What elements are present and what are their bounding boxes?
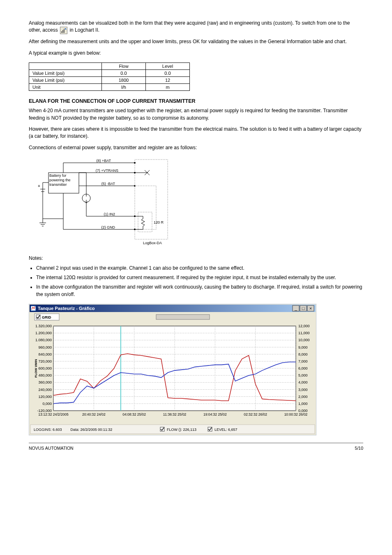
x-tick: 04:08:32 25/02 — [122, 412, 146, 416]
table-cell: 0.0 — [102, 70, 146, 77]
diagram-resistor-label: 120 R — [154, 220, 164, 224]
wiring-diagram: LogBox-DA Battery forpowering thetransmi… — [33, 157, 363, 249]
y-right-tick: 8,000 — [298, 352, 308, 356]
y-right-tick: 5,000 — [298, 373, 308, 377]
section-heading: ELANA FOR THE CONNECTION OF LOOP CURRENT… — [29, 98, 363, 104]
status-text: FLOW (): 226,113 — [167, 428, 196, 432]
diagram-pin1: (1) IN2 — [104, 212, 115, 216]
y-right-tick: 3,000 — [298, 388, 308, 392]
x-tick: 02:32:32 26/02 — [244, 412, 267, 416]
svg-rect-0 — [61, 31, 62, 33]
svg-text:_: _ — [294, 306, 297, 311]
x-tick: 13:12:32 24/2/2005 — [38, 412, 69, 416]
y-right-tick: 6,000 — [298, 366, 308, 370]
y-right-tick: 9,000 — [298, 345, 308, 349]
svg-point-16 — [134, 162, 136, 164]
table-row-label: Value Limit (psi) — [29, 77, 102, 84]
y-right-tick: 10,000 — [298, 338, 310, 342]
status-text: Data: 26/2/2005 00:11:32 — [71, 428, 113, 432]
diagram-battery-label: Battery forpowering thetransmitter — [49, 173, 78, 187]
diagram-pin2: (2) GND — [101, 225, 115, 229]
svg-text:+: + — [38, 184, 40, 188]
note-3: In the above configuration the transmitt… — [36, 284, 363, 298]
table-caption: A typical example is given below: — [29, 50, 363, 57]
y-right-tick: 12,000 — [298, 324, 310, 328]
y-left-tick: 360,000 — [38, 380, 52, 384]
y-left-tick: 960,000 — [38, 345, 52, 349]
y-right-tick: 11,000 — [298, 331, 310, 335]
y-left-tick: 0,000 — [42, 402, 52, 406]
section-p1: When 4-20 mA current transmitters are us… — [29, 107, 363, 122]
grid-label: GRID — [42, 315, 51, 319]
footer-rule — [29, 443, 363, 443]
y-left-tick: 1.200,000 — [35, 331, 52, 335]
footer-right: 5/10 — [355, 446, 363, 451]
table-cell: l/h — [102, 84, 146, 91]
x-tick: 10:00:32 26/02 — [284, 412, 308, 416]
section-p2: However, there are cases where it is imp… — [29, 126, 363, 140]
svg-rect-1 — [62, 30, 63, 33]
table-cell: 12 — [146, 77, 190, 84]
ohm-symbol: Ω — [72, 275, 76, 280]
svg-text:×: × — [309, 306, 312, 311]
y-right-tick: 7,000 — [298, 359, 308, 363]
note-2: The internal 120Ω resistor is provided f… — [36, 274, 363, 281]
y-left-tick: 1.080,000 — [35, 338, 52, 342]
note-1: Channel 2 input was used in the example.… — [36, 265, 363, 272]
diagram-device-label: LogBox-DA — [143, 241, 162, 245]
svg-rect-2 — [64, 29, 65, 33]
chart-window: Tanque Pasteuriz - Gráfico_□×GRIDFLOW l/… — [29, 304, 363, 437]
y-left-tick: 240,000 — [38, 388, 52, 392]
y-right-tick: 4,000 — [298, 380, 308, 384]
diagram-pin5: (5) -BAT — [101, 182, 115, 186]
section-p3: Connections of external power supply, tr… — [29, 144, 363, 151]
y-right-tick: 2,000 — [298, 395, 308, 399]
chart-settings-icon[interactable] — [60, 27, 67, 34]
table-header-flow: Flow — [102, 63, 146, 70]
chart-title: Tanque Pasteuriz - Gráfico — [38, 306, 95, 311]
x-tick: 11:36:32 25/02 — [163, 412, 187, 416]
chart-scrollbar[interactable] — [156, 314, 210, 319]
table-cell: m — [146, 84, 190, 91]
status-text: LEVEL: 6,657 — [214, 428, 238, 432]
status-text: LOGGINS: 6.603 — [34, 428, 62, 432]
y-left-tick: 120,000 — [38, 395, 52, 399]
intro-text-2: After defining the measurement units and… — [29, 38, 363, 45]
table-cell: 0.0 — [146, 70, 190, 77]
table-header-level: Level — [146, 63, 190, 70]
y-right-tick: 1,000 — [298, 402, 308, 406]
y-left-tick: 600,000 — [38, 366, 52, 370]
intro-text-1b: in Logchart II. — [69, 28, 99, 33]
notes-intro: Notes: — [29, 255, 363, 262]
table-header-blank — [29, 63, 102, 70]
limits-table: Flow Level Value Limit (psi)0.00.0Value … — [29, 62, 190, 91]
y-left-label: FLOW l/MIN — [34, 359, 38, 377]
svg-rect-3 — [135, 160, 168, 239]
y-left-tick: 1.320,000 — [35, 324, 52, 328]
y-left-tick: 840,000 — [38, 352, 52, 356]
y-left-tick: 480,000 — [38, 373, 52, 377]
table-cell: 1800 — [102, 77, 146, 84]
table-row-label: Value Limit (psi) — [29, 70, 102, 77]
table-row-label: Unit — [29, 84, 102, 91]
svg-text:□: □ — [302, 306, 305, 311]
notes-list: Channel 2 input was used in the example.… — [36, 265, 363, 298]
svg-rect-46 — [138, 212, 152, 232]
section-block: When 4-20 mA current transmitters are us… — [29, 107, 363, 151]
footer-left: NOVUS AUTOMATION — [29, 446, 74, 451]
y-left-tick: 720,000 — [38, 359, 52, 363]
x-tick: 19:04:32 25/02 — [203, 412, 227, 416]
diagram-pin8: (8) +BAT — [96, 159, 111, 163]
x-tick: 20:40:32 24/02 — [82, 412, 106, 416]
diagram-pin7: (7) +VTRANS — [96, 169, 118, 173]
intro-block: Analog measurements can be visualized bo… — [29, 20, 363, 57]
